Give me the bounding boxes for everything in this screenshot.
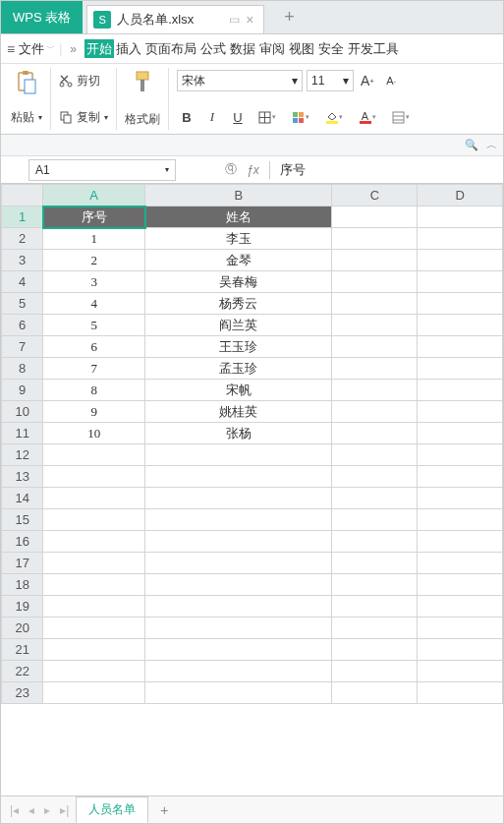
cell-D2[interactable] (418, 228, 503, 250)
sheet-nav-last[interactable]: ▸| (57, 803, 72, 817)
ribbon-tab-1[interactable]: 插入 (114, 39, 143, 58)
cell-B1[interactable]: 姓名 (145, 206, 332, 228)
row-header-20[interactable]: 20 (2, 618, 43, 639)
cell-C6[interactable] (332, 315, 418, 336)
cell-A9[interactable]: 8 (43, 380, 145, 401)
format-menu-button[interactable]: ▾ (387, 107, 415, 127)
cell-A16[interactable] (43, 531, 145, 553)
cell-C23[interactable] (332, 682, 418, 704)
row-header-2[interactable]: 2 (2, 228, 43, 250)
row-header-9[interactable]: 9 (2, 380, 43, 401)
cell-D16[interactable] (418, 531, 503, 553)
cell-B21[interactable] (145, 639, 332, 661)
row-header-5[interactable]: 5 (2, 293, 43, 315)
cell-D18[interactable] (418, 574, 503, 596)
cell-C20[interactable] (332, 618, 418, 639)
cell-C7[interactable] (332, 336, 418, 358)
cell-D7[interactable] (418, 336, 503, 358)
cell-A11[interactable]: 10 (43, 423, 145, 444)
cell-A8[interactable]: 7 (43, 358, 145, 380)
cell-D4[interactable] (418, 271, 503, 293)
row-header-19[interactable]: 19 (2, 596, 43, 618)
cell-A6[interactable]: 5 (43, 315, 145, 336)
cell-B22[interactable] (145, 661, 332, 682)
window-icon[interactable]: ▭ (229, 13, 240, 27)
ribbon-tab-5[interactable]: 审阅 (257, 39, 287, 58)
row-header-3[interactable]: 3 (2, 250, 43, 271)
formula-input[interactable]: 序号 (269, 161, 503, 179)
cell-C10[interactable] (332, 401, 418, 423)
row-header-22[interactable]: 22 (2, 661, 43, 682)
cell-B10[interactable]: 姚桂英 (145, 401, 332, 423)
row-header-15[interactable]: 15 (2, 509, 43, 531)
cell-C3[interactable] (332, 250, 418, 271)
cell-B6[interactable]: 阎兰英 (145, 315, 332, 336)
cell-A22[interactable] (43, 661, 145, 682)
col-header-D[interactable]: D (418, 185, 503, 206)
cell-B19[interactable] (145, 596, 332, 618)
ribbon-tab-8[interactable]: 开发工具 (346, 39, 401, 58)
cell-D13[interactable] (418, 466, 503, 488)
cell-C22[interactable] (332, 661, 418, 682)
cell-B7[interactable]: 王玉珍 (145, 336, 332, 358)
hamburger-icon[interactable]: ≡ (7, 41, 15, 57)
cell-C17[interactable] (332, 553, 418, 574)
row-header-8[interactable]: 8 (2, 358, 43, 380)
cell-C21[interactable] (332, 639, 418, 661)
cell-D6[interactable] (418, 315, 503, 336)
row-header-12[interactable]: 12 (2, 444, 43, 466)
cell-D3[interactable] (418, 250, 503, 271)
row-header-16[interactable]: 16 (2, 531, 43, 553)
spreadsheet-grid[interactable]: ABCD1序号姓名21李玉32金琴43吴春梅54杨秀云65阎兰英76王玉珍87孟… (1, 184, 503, 795)
cell-A12[interactable] (43, 444, 145, 466)
cell-D5[interactable] (418, 293, 503, 315)
format-painter-button[interactable]: 格式刷 (125, 111, 160, 128)
underline-button[interactable]: U (228, 107, 248, 127)
cell-B9[interactable]: 宋帆 (145, 380, 332, 401)
cell-C4[interactable] (332, 271, 418, 293)
cell-C16[interactable] (332, 531, 418, 553)
more-icon[interactable]: » (66, 42, 81, 56)
cell-D15[interactable] (418, 509, 503, 531)
select-all-corner[interactable] (2, 185, 43, 206)
cell-B3[interactable]: 金琴 (145, 250, 332, 271)
col-header-C[interactable]: C (332, 185, 418, 206)
cell-B18[interactable] (145, 574, 332, 596)
name-box[interactable]: A1▾ (28, 159, 176, 181)
row-header-10[interactable]: 10 (2, 401, 43, 423)
cell-C18[interactable] (332, 574, 418, 596)
file-menu[interactable]: 文件 ﹀ (19, 40, 55, 58)
paste-button[interactable]: 粘贴▾ (11, 106, 42, 128)
sheet-tab-active[interactable]: 人员名单 (76, 796, 148, 823)
cell-B13[interactable] (145, 466, 332, 488)
row-header-7[interactable]: 7 (2, 336, 43, 358)
increase-font-button[interactable]: A+ (358, 71, 377, 90)
fx-icon[interactable]: ƒx (247, 163, 259, 177)
cell-D21[interactable] (418, 639, 503, 661)
cell-D23[interactable] (418, 682, 503, 704)
cell-B8[interactable]: 孟玉珍 (145, 358, 332, 380)
chevron-up-icon[interactable]: ︿ (486, 138, 497, 152)
cut-button[interactable]: 剪切 (59, 70, 100, 91)
app-button[interactable]: WPS 表格 (1, 1, 83, 33)
cell-B4[interactable]: 吴春梅 (145, 271, 332, 293)
help-icon[interactable]: ⓠ (225, 161, 237, 178)
col-header-A[interactable]: A (43, 185, 145, 206)
cell-D19[interactable] (418, 596, 503, 618)
cell-A21[interactable] (43, 639, 145, 661)
cell-A5[interactable]: 4 (43, 293, 145, 315)
row-header-17[interactable]: 17 (2, 553, 43, 574)
cell-D20[interactable] (418, 618, 503, 639)
cell-A18[interactable] (43, 574, 145, 596)
add-sheet-button[interactable]: + (152, 802, 176, 818)
ribbon-tab-4[interactable]: 数据 (228, 39, 257, 58)
font-size-select[interactable]: 11▾ (307, 70, 354, 91)
cell-A15[interactable] (43, 509, 145, 531)
cell-A23[interactable] (43, 682, 145, 704)
ribbon-tab-6[interactable]: 视图 (287, 39, 316, 58)
format-painter-icon[interactable] (132, 70, 153, 95)
ribbon-tab-2[interactable]: 页面布局 (143, 39, 198, 58)
cell-D1[interactable] (418, 206, 503, 228)
cell-C8[interactable] (332, 358, 418, 380)
cell-A10[interactable]: 9 (43, 401, 145, 423)
